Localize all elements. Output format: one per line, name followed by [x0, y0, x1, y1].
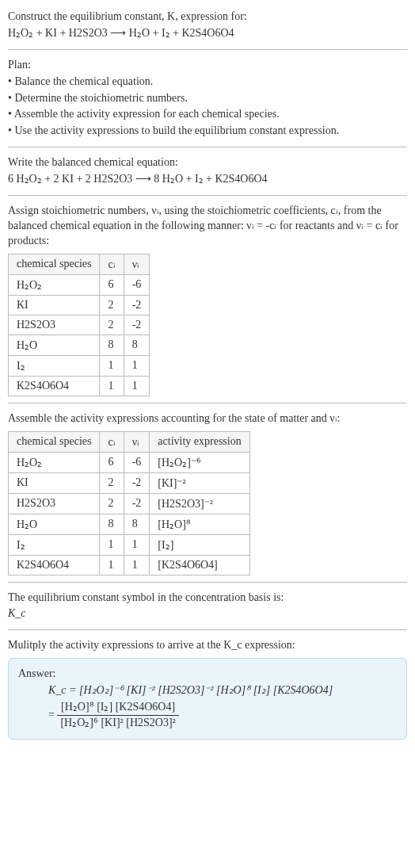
cell-nui: -6 — [124, 452, 150, 472]
cell-nui: 1 — [124, 534, 150, 555]
fraction-denominator: [H₂O₂]⁶ [KI]² [H2S2O3]² — [57, 716, 178, 731]
cell-ci: 2 — [100, 295, 124, 315]
table-row: H₂O₂ 6 -6 — [9, 274, 150, 295]
cell-ci: 2 — [100, 472, 124, 493]
activity-section: Assemble the activity expressions accoun… — [8, 411, 407, 583]
cell-nui: -2 — [124, 295, 150, 315]
col-header: νᵢ — [124, 431, 150, 452]
table-row: I₂ 1 1 — [9, 355, 150, 376]
answer-box: Answer: K_c = [H₂O₂]⁻⁶ [KI]⁻² [H2S2O3]⁻²… — [8, 658, 407, 740]
cell-nui: 8 — [124, 335, 150, 355]
balanced-lead: Write the balanced chemical equation: — [8, 155, 407, 170]
symbol-kc: K_c — [8, 606, 407, 621]
stoich-intro: Assign stoichiometric numbers, νᵢ, using… — [8, 204, 407, 249]
cell-ci: 2 — [100, 493, 124, 514]
cell-activity: [H2S2O3]⁻² — [150, 493, 249, 514]
cell-nui: -6 — [124, 274, 150, 295]
symbol-section: The equilibrium constant symbol in the c… — [8, 591, 407, 631]
stoich-section: Assign stoichiometric numbers, νᵢ, using… — [8, 204, 407, 403]
cell-ci: 6 — [100, 452, 124, 472]
cell-species: K2S4O6O4 — [9, 555, 100, 575]
cell-nui: 1 — [124, 355, 150, 376]
table-header-row: chemical species cᵢ νᵢ activity expressi… — [9, 431, 250, 452]
table-row: KI 2 -2 [KI]⁻² — [9, 472, 250, 493]
table-row: H2S2O3 2 -2 — [9, 315, 150, 335]
table-row: K2S4O6O4 1 1 — [9, 376, 150, 396]
plan-item: • Use the activity expressions to build … — [8, 124, 407, 139]
cell-species: H2S2O3 — [9, 315, 100, 335]
plan-item: • Assemble the activity expression for e… — [8, 107, 407, 122]
cell-species: I₂ — [9, 534, 100, 555]
cell-nui: -2 — [124, 472, 150, 493]
table-row: H₂O 8 8 — [9, 335, 150, 355]
symbol-line1: The equilibrium constant symbol in the c… — [8, 591, 407, 606]
cell-nui: 8 — [124, 514, 150, 534]
col-header: cᵢ — [100, 254, 124, 274]
cell-species: H₂O — [9, 514, 100, 534]
prompt-section: Construct the equilibrium constant, K, e… — [8, 10, 407, 50]
table-row: KI 2 -2 — [9, 295, 150, 315]
col-header: chemical species — [9, 431, 100, 452]
col-header: cᵢ — [100, 431, 124, 452]
cell-activity: [H₂O₂]⁻⁶ — [150, 452, 249, 472]
cell-activity: [I₂] — [150, 534, 249, 555]
cell-ci: 1 — [100, 355, 124, 376]
cell-ci: 2 — [100, 315, 124, 335]
cell-species: H2S2O3 — [9, 493, 100, 514]
plan-section: Plan: • Balance the chemical equation. •… — [8, 58, 407, 147]
activity-table: chemical species cᵢ νᵢ activity expressi… — [8, 431, 250, 575]
cell-ci: 1 — [100, 534, 124, 555]
fraction: [H₂O]⁸ [I₂] [K2S4O6O4] [H₂O₂]⁶ [KI]² [H2… — [57, 700, 178, 731]
prompt-equation: H₂O₂ + KI + H2S2O3 ⟶ H₂O + I₂ + K2S4O6O4 — [8, 26, 407, 41]
cell-nui: -2 — [124, 493, 150, 514]
table-row: H₂O₂ 6 -6 [H₂O₂]⁻⁶ — [9, 452, 250, 472]
cell-activity: [K2S4O6O4] — [150, 555, 249, 575]
stoich-table: chemical species cᵢ νᵢ H₂O₂ 6 -6 KI 2 -2… — [8, 254, 150, 396]
answer-frac-lead: = — [48, 709, 57, 721]
cell-activity: [KI]⁻² — [150, 472, 249, 493]
symbol-kc-text: K_c — [8, 607, 26, 619]
table-row: K2S4O6O4 1 1 [K2S4O6O4] — [9, 555, 250, 575]
cell-ci: 1 — [100, 555, 124, 575]
cell-species: H₂O — [9, 335, 100, 355]
cell-species: KI — [9, 472, 100, 493]
answer-expr-line: K_c = [H₂O₂]⁻⁶ [KI]⁻² [H2S2O3]⁻² [H₂O]⁸ … — [48, 684, 333, 696]
answer-label: Answer: — [18, 667, 397, 682]
cell-ci: 1 — [100, 376, 124, 396]
plan-item: • Balance the chemical equation. — [8, 75, 407, 90]
table-row: H₂O 8 8 [H₂O]⁸ — [9, 514, 250, 534]
cell-nui: -2 — [124, 315, 150, 335]
cell-nui: 1 — [124, 555, 150, 575]
table-row: H2S2O3 2 -2 [H2S2O3]⁻² — [9, 493, 250, 514]
cell-species: K2S4O6O4 — [9, 376, 100, 396]
cell-activity: [H₂O]⁸ — [150, 514, 249, 534]
cell-ci: 8 — [100, 335, 124, 355]
cell-species: I₂ — [9, 355, 100, 376]
cell-ci: 6 — [100, 274, 124, 295]
col-header: chemical species — [9, 254, 100, 274]
plan-heading: Plan: — [8, 58, 407, 73]
col-header: νᵢ — [124, 254, 150, 274]
answer-expression: K_c = [H₂O₂]⁻⁶ [KI]⁻² [H2S2O3]⁻² [H₂O]⁸ … — [18, 683, 397, 698]
balanced-section: Write the balanced chemical equation: 6 … — [8, 155, 407, 196]
prompt-line: Construct the equilibrium constant, K, e… — [8, 10, 407, 25]
col-header: activity expression — [150, 431, 249, 452]
table-row: I₂ 1 1 [I₂] — [9, 534, 250, 555]
multiply-line: Mulitply the activity expressions to arr… — [8, 638, 407, 653]
cell-species: H₂O₂ — [9, 274, 100, 295]
cell-nui: 1 — [124, 376, 150, 396]
cell-ci: 8 — [100, 514, 124, 534]
fraction-numerator: [H₂O]⁸ [I₂] [K2S4O6O4] — [57, 700, 178, 716]
cell-species: H₂O₂ — [9, 452, 100, 472]
table-header-row: chemical species cᵢ νᵢ — [9, 254, 150, 274]
answer-fraction: = [H₂O]⁸ [I₂] [K2S4O6O4] [H₂O₂]⁶ [KI]² [… — [18, 700, 397, 731]
activity-intro: Assemble the activity expressions accoun… — [8, 411, 407, 426]
cell-species: KI — [9, 295, 100, 315]
balanced-equation: 6 H₂O₂ + 2 KI + 2 H2S2O3 ⟶ 8 H₂O + I₂ + … — [8, 172, 407, 187]
plan-item: • Determine the stoichiometric numbers. — [8, 91, 407, 106]
